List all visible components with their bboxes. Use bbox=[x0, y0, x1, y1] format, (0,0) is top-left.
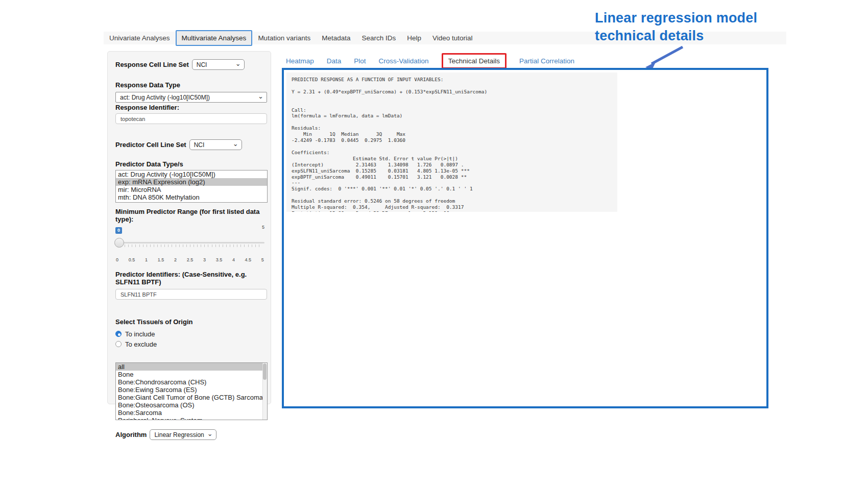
list-item[interactable]: mth: DNA 850K Methylation bbox=[116, 193, 267, 201]
chevron-down-icon bbox=[233, 141, 238, 147]
predictor-data-types-listbox: act: Drug Activity (-log10[IC50M]) exp: … bbox=[115, 170, 268, 203]
response-identifier-input[interactable] bbox=[115, 113, 267, 124]
list-item[interactable]: all bbox=[116, 363, 263, 371]
nav-tab-multivariate-analyses[interactable]: Multivariate Analyses bbox=[176, 30, 253, 46]
radio-to-exclude-label: To exclude bbox=[125, 340, 157, 348]
slider-max-label: 5 bbox=[262, 225, 264, 230]
response-data-type-label: Response Data Type bbox=[115, 81, 263, 89]
nav-tab-help[interactable]: Help bbox=[401, 32, 427, 44]
response-data-type-select[interactable]: act: Drug Activity (-log10[IC50M]) bbox=[115, 92, 267, 103]
radio-to-include-label: To include bbox=[125, 330, 155, 338]
tick-label: 4 bbox=[232, 257, 235, 262]
slider-track[interactable] bbox=[115, 242, 264, 243]
response-cell-line-set-label: Response Cell Line Set bbox=[115, 61, 189, 68]
predictor-identifiers-label: Predictor Identifiers: (Case-Sensitive, … bbox=[115, 271, 264, 286]
nav-tab-search-ids[interactable]: Search IDs bbox=[356, 32, 401, 44]
nav-tab-metadata[interactable]: Metadata bbox=[316, 32, 356, 44]
tab-heatmap[interactable]: Heatmap bbox=[286, 57, 314, 65]
predictor-identifiers-input[interactable] bbox=[115, 289, 267, 300]
slider-handle[interactable] bbox=[114, 238, 124, 248]
list-item[interactable]: Bone:Sarcoma bbox=[116, 409, 267, 417]
scrollbar[interactable] bbox=[262, 363, 267, 420]
chevron-down-icon bbox=[235, 61, 241, 66]
tick-label: 1 bbox=[145, 257, 148, 262]
list-item[interactable]: Bone:Osteosarcoma (OS) bbox=[116, 401, 267, 409]
predictor-cell-line-set-value: NCI bbox=[194, 141, 205, 149]
predictor-cell-line-set-label: Predictor Cell Line Set bbox=[115, 141, 186, 149]
tick-label: 2 bbox=[174, 257, 177, 262]
response-identifier-label: Response Identifier: bbox=[115, 104, 263, 111]
radio-unchecked-icon bbox=[115, 341, 122, 347]
tick-label: 0 bbox=[116, 257, 118, 262]
predictor-data-types-label: Predictor Data Type/s bbox=[115, 160, 263, 168]
tick-label: 3 bbox=[203, 257, 206, 262]
nav-tab-univariate-analyses[interactable]: Univariate Analyses bbox=[104, 32, 176, 44]
annotation-line1: Linear regression model bbox=[595, 9, 809, 27]
algorithm-label: Algorithm bbox=[115, 431, 147, 438]
min-predictor-range-label: Minimum Predictor Range (for first liste… bbox=[115, 208, 263, 223]
technical-details-panel: PREDICTED RESPONSE AS A FUNCTION OF INPU… bbox=[282, 68, 768, 408]
tick-label: 5 bbox=[261, 257, 264, 262]
nav-tab-mutation-variants[interactable]: Mutation variants bbox=[252, 32, 316, 44]
response-data-type-value: act: Drug Activity (-log10[IC50M]) bbox=[120, 94, 210, 101]
tick-label: 1.5 bbox=[158, 257, 164, 262]
regression-model-output: PREDICTED RESPONSE AS A FUNCTION OF INPU… bbox=[286, 72, 617, 212]
nav-tab-video-tutorial[interactable]: Video tutorial bbox=[427, 32, 478, 44]
chevron-down-icon bbox=[258, 94, 263, 99]
tab-technical-details[interactable]: Technical Details bbox=[442, 53, 507, 69]
list-item[interactable]: Peripheral_Nervous_System bbox=[116, 417, 267, 420]
radio-to-include[interactable]: To include bbox=[115, 329, 263, 339]
tab-partial-correlation[interactable]: Partial Correlation bbox=[519, 57, 574, 65]
list-item[interactable]: Bone:Ewing Sarcoma (ES) bbox=[116, 386, 267, 394]
annotation-text: Linear regression model technical detail… bbox=[595, 9, 809, 45]
tab-plot[interactable]: Plot bbox=[354, 57, 366, 65]
radio-checked-icon bbox=[115, 331, 122, 337]
min-predictor-range-slider: 0 5 0 0.5 1 1.5 2 2.5 3 3.5 4 4.5 5 bbox=[115, 225, 264, 262]
algorithm-value: Linear Regression bbox=[154, 431, 204, 438]
list-item[interactable]: Bone:Chondrosarcoma (CHS) bbox=[116, 378, 267, 386]
scrollbar-thumb[interactable] bbox=[263, 363, 267, 380]
list-item[interactable]: Bone:Giant Cell Tumor of Bone (GCTB) Sar… bbox=[116, 394, 267, 401]
list-item[interactable]: Bone bbox=[116, 371, 267, 378]
tissue-list-listbox: all Bone Bone:Chondrosarcoma (CHS) Bone:… bbox=[115, 362, 268, 420]
radio-to-exclude[interactable]: To exclude bbox=[115, 339, 263, 349]
list-item[interactable]: act: Drug Activity (-log10[IC50M]) bbox=[116, 170, 267, 178]
response-cell-line-set-select[interactable]: NCI bbox=[192, 59, 245, 70]
list-item[interactable]: exp: mRNA Expression (log2) bbox=[116, 178, 267, 186]
analysis-settings-sidebar: Response Cell Line Set NCI Response Data… bbox=[107, 51, 271, 404]
tissue-origin-label: Select Tissue/s of Origin bbox=[115, 318, 263, 326]
tick-label: 0.5 bbox=[129, 257, 135, 262]
result-tabs: Heatmap Data Plot Cross-Validation Techn… bbox=[286, 53, 574, 68]
list-item[interactable]: mir: MicroRNA bbox=[116, 186, 267, 193]
response-cell-line-set-value: NCI bbox=[197, 61, 207, 68]
chevron-down-icon bbox=[207, 431, 213, 436]
tick-label: 2.5 bbox=[187, 257, 194, 262]
annotation-line2: technical details bbox=[595, 27, 809, 45]
slider-tick-labels: 0 0.5 1 1.5 2 2.5 3 3.5 4 4.5 5 bbox=[115, 257, 264, 262]
predictor-cell-line-set-select[interactable]: NCI bbox=[189, 139, 242, 150]
slider-ticks bbox=[117, 245, 262, 247]
tab-data[interactable]: Data bbox=[327, 57, 342, 65]
tab-cross-validation[interactable]: Cross-Validation bbox=[379, 57, 429, 65]
tick-label: 4.5 bbox=[245, 257, 252, 262]
tick-label: 3.5 bbox=[216, 257, 223, 262]
slider-value-badge: 0 bbox=[115, 227, 122, 234]
algorithm-select[interactable]: Linear Regression bbox=[150, 429, 216, 440]
